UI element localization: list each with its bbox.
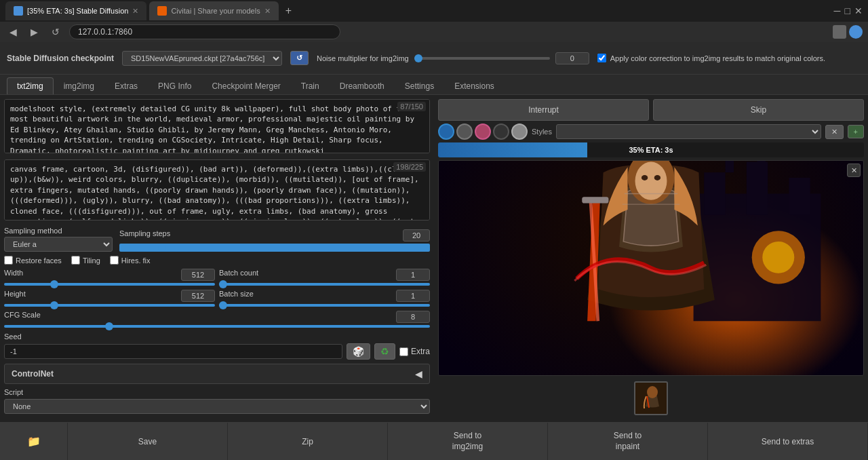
controlnet-label: ControlNet [12, 369, 54, 379]
send-to-extras-button[interactable]: Send to extras [708, 423, 868, 460]
style-icon-gray[interactable] [456, 123, 473, 140]
zip-button[interactable]: Zip [228, 423, 388, 460]
styles-label: Styles [532, 128, 552, 136]
svg-rect-6 [726, 161, 734, 172]
tab-txt2img[interactable]: txt2img [7, 77, 54, 94]
save-label: Save [138, 437, 157, 446]
checkbox-row: Restore faces Tiling Hires. fix [4, 256, 430, 265]
sampling-method-select[interactable]: Euler a [4, 237, 113, 252]
tab-stable-diffusion[interactable]: [35% ETA: 3s] Stable Diffusion ✕ [5, 1, 146, 20]
tab-img2img[interactable]: img2img [54, 77, 104, 94]
tab-bar: [35% ETA: 3s] Stable Diffusion ✕ Civitai… [0, 0, 868, 22]
left-panel: modelshoot style, (extremely detailed CG… [0, 95, 434, 422]
svg-rect-5 [789, 178, 810, 215]
script-select[interactable]: None [4, 399, 430, 414]
negative-prompt-input[interactable]: canvas frame, cartoon, 3d, (disfigured))… [4, 159, 430, 221]
tab-close-sd[interactable]: ✕ [132, 7, 138, 16]
refresh-checkpoint-button[interactable]: ↺ [290, 51, 309, 65]
seed-recycle-button[interactable]: ♻ [374, 343, 395, 360]
tab-extensions[interactable]: Extensions [444, 77, 505, 94]
extra-checkbox[interactable] [399, 347, 408, 356]
dims-batch-section: Width Batch count [4, 269, 430, 286]
color-correction-checkbox[interactable] [597, 54, 606, 62]
restore-faces-checkbox[interactable] [4, 256, 13, 265]
send-to-img2img-label: Send toimg2img [452, 431, 483, 452]
controlnet-section[interactable]: ControlNet ◀ [4, 364, 430, 384]
config-bar: Stable Diffusion checkpoint SD15NewVAEpr… [0, 42, 868, 75]
height-slider[interactable] [4, 304, 215, 307]
noise-label: Noise multiplier for img2img [317, 54, 409, 62]
negative-prompt-area: canvas frame, cartoon, 3d, (disfigured))… [4, 159, 430, 223]
controlnet-toggle-icon[interactable]: ◀ [415, 368, 422, 379]
tab-dreambooth[interactable]: Dreambooth [330, 77, 395, 94]
save-button[interactable]: Save [68, 423, 228, 460]
tab-checkpoint-merger[interactable]: Checkpoint Merger [201, 77, 290, 94]
thumbnail-item[interactable] [634, 381, 668, 415]
seed-input[interactable] [4, 344, 342, 359]
skip-button[interactable]: Skip [653, 99, 864, 121]
checkpoint-select[interactable]: SD15NewVAEpruned.ckpt [27a4ac756c] [122, 51, 282, 66]
tab-settings[interactable]: Settings [395, 77, 444, 94]
send-to-img2img-button[interactable]: Send toimg2img [388, 423, 548, 460]
color-correction-label: Apply color correction to img2img result… [610, 54, 825, 62]
script-label: Script [4, 388, 430, 396]
positive-prompt-input[interactable]: modelshoot style, (extremely detailed CG… [4, 99, 430, 153]
styles-select[interactable] [556, 124, 821, 139]
batch-count-label: Batch count [219, 269, 258, 281]
restore-faces-item: Restore faces [4, 256, 62, 265]
style-add-button[interactable]: + [848, 125, 864, 138]
width-label: Width [4, 269, 23, 281]
width-slider[interactable] [4, 283, 215, 286]
style-icon-pink[interactable] [475, 123, 491, 140]
sampling-steps-slider[interactable] [119, 244, 430, 252]
tab-close-civitai[interactable]: ✕ [264, 7, 271, 16]
cfg-scale-label: CFG Scale [4, 311, 41, 323]
interrupt-button[interactable]: Interrupt [438, 99, 649, 121]
style-icon-light[interactable] [511, 123, 528, 140]
forward-button[interactable]: ▶ [26, 25, 42, 39]
style-remove-button[interactable]: ✕ [825, 125, 844, 139]
tab-extras[interactable]: Extras [104, 77, 148, 94]
app: Stable Diffusion checkpoint SD15NewVAEpr… [0, 42, 868, 460]
batch-count-input[interactable] [396, 269, 430, 281]
cfg-scale-slider[interactable] [4, 325, 430, 328]
batch-size-input[interactable] [396, 290, 430, 302]
svg-rect-4 [747, 162, 768, 215]
new-tab-button[interactable]: + [281, 3, 296, 18]
close-image-button[interactable]: ✕ [847, 164, 861, 177]
style-icon-dark[interactable] [493, 123, 509, 140]
refresh-button[interactable]: ↺ [47, 25, 64, 39]
noise-slider[interactable] [414, 57, 550, 60]
folder-icon: 📁 [27, 435, 41, 448]
cfg-scale-input[interactable] [396, 311, 430, 323]
close-button[interactable]: ✕ [854, 5, 863, 16]
seed-dice-button[interactable]: 🎲 [347, 343, 370, 360]
generated-image [439, 161, 863, 375]
zip-label: Zip [302, 437, 313, 446]
hires-fix-item: Hires. fix [110, 256, 151, 265]
hires-fix-label: Hires. fix [121, 256, 151, 265]
width-input[interactable] [181, 269, 215, 281]
style-icon-blue[interactable] [438, 123, 454, 140]
positive-prompt-area: modelshoot style, (extremely detailed CG… [4, 99, 430, 155]
tab-train[interactable]: Train [291, 77, 330, 94]
tab-civitai[interactable]: Civitai | Share your models ✕ [149, 1, 278, 20]
minimize-button[interactable]: ─ [834, 5, 841, 16]
back-button[interactable]: ◀ [5, 25, 21, 39]
tiling-checkbox[interactable] [71, 256, 80, 265]
send-to-inpaint-button[interactable]: Send toinpaint [548, 423, 708, 460]
noise-value-input[interactable] [555, 52, 589, 64]
svg-point-12 [642, 175, 648, 180]
batch-size-slider[interactable] [219, 304, 430, 307]
open-folder-button[interactable]: 📁 [0, 423, 68, 460]
cfg-scale-section: CFG Scale [4, 311, 430, 328]
address-input[interactable] [69, 24, 340, 39]
batch-count-slider[interactable] [219, 283, 430, 286]
tab-png-info[interactable]: PNG Info [148, 77, 201, 94]
action-bar: 📁 Save Zip Send toimg2img Send toinpaint… [0, 422, 868, 460]
browser-chrome: [35% ETA: 3s] Stable Diffusion ✕ Civitai… [0, 0, 868, 42]
height-input[interactable] [181, 290, 215, 302]
hires-fix-checkbox[interactable] [110, 256, 119, 265]
maximize-button[interactable]: □ [845, 5, 850, 16]
sampling-steps-input[interactable] [403, 229, 430, 242]
